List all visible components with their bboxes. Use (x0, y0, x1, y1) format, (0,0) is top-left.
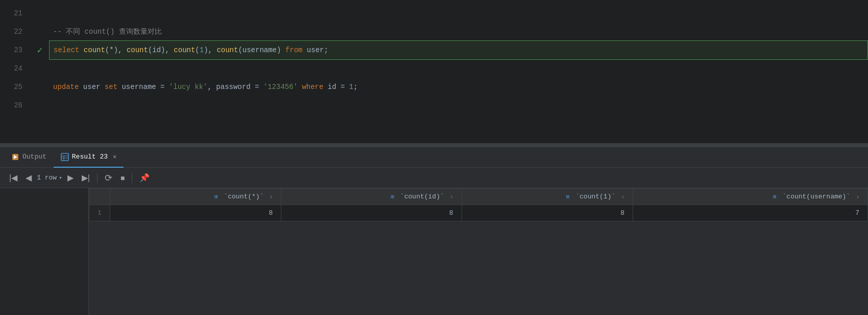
keyword-from: from (285, 46, 303, 54)
bottom-panel: Output Result 23 ✕ |◀ ◀ 1 row ▾ ▶ ▶| ⟳ ■… (0, 147, 868, 315)
keyword-update: update (53, 83, 79, 91)
row-number-1: 1 (89, 205, 110, 221)
pin-button[interactable]: 📌 (136, 171, 153, 185)
line-number-22: 22 (0, 28, 31, 36)
tab-result23[interactable]: Result 23 ✕ (54, 147, 124, 168)
result-table: ⊞ `count(*)` ⇕ ⊞ `count(id)` ⇕ ⊞ `count(… (89, 188, 868, 221)
refresh-button[interactable]: ⟳ (102, 170, 115, 186)
svg-rect-2 (61, 153, 68, 161)
func-count-star: count (84, 46, 105, 54)
keyword-where: where (302, 83, 323, 91)
cell-count-1-1: 8 (462, 205, 633, 221)
keyword-set: set (105, 83, 117, 91)
code-line-21: 21 (0, 4, 868, 22)
str-lucy-kk: 'lucy kk' (169, 83, 208, 91)
code-line-24: 24 (0, 59, 868, 78)
col-label-count-username: `count(username)` (783, 193, 851, 200)
code-line-22: 22 -- 不同 count() 查询数量对比 (0, 22, 868, 41)
col-sort-icon-count-1[interactable]: ⇕ (621, 194, 624, 200)
line-content-22: -- 不同 count() 查询数量对比 (49, 22, 868, 41)
bottom-left-strip (0, 188, 89, 315)
col-header-count-star[interactable]: ⊞ `count(*)` ⇕ (110, 189, 281, 205)
table-user-update: user (83, 83, 101, 91)
col-sort-icon-count-id[interactable]: ⇕ (450, 194, 453, 200)
first-page-button[interactable]: |◀ (6, 171, 20, 185)
col-header-count-id[interactable]: ⊞ `count(id)` ⇕ (281, 189, 462, 205)
col-label-count-1: `count(1)` (575, 193, 615, 200)
last-page-button[interactable]: ▶| (79, 171, 93, 185)
result-table-wrap[interactable]: ⊞ `count(*)` ⇕ ⊞ `count(id)` ⇕ ⊞ `count(… (89, 188, 868, 315)
table-row: 1 8 8 8 7 (89, 205, 868, 221)
line-number-24: 24 (0, 64, 31, 73)
next-page-button[interactable]: ▶ (64, 171, 77, 185)
stop-button[interactable]: ■ (117, 172, 128, 184)
col-sort-icon-count-username[interactable]: ⇕ (856, 194, 859, 200)
col-label-count-star: `count(*)` (224, 193, 263, 200)
line-number-23: 23 (0, 46, 31, 54)
toolbar-sep-1 (97, 173, 98, 183)
line-content-23: select count(*), count(id), count(1), co… (49, 40, 868, 60)
tab-result23-close[interactable]: ✕ (113, 153, 116, 161)
col-icon-count-1: ⊞ (566, 194, 570, 200)
keyword-select: select (54, 46, 79, 54)
line-gutter-23: ✓ (31, 44, 49, 56)
cell-count-star-1: 8 (110, 205, 281, 221)
cell-count-username-1: 7 (633, 205, 868, 221)
col-label-count-id: `count(id)` (400, 193, 444, 200)
col-icon-count-username: ⊞ (773, 194, 777, 200)
tab-output[interactable]: Output (4, 147, 54, 168)
line-content-25: update user set username = 'lucy kk', pa… (49, 78, 868, 96)
tab-output-label: Output (22, 153, 46, 161)
execution-check-icon: ✓ (37, 44, 43, 56)
line-number-21: 21 (0, 9, 31, 17)
table-user: user (307, 46, 324, 54)
code-line-23: 23 ✓ select count(*), count(id), count(1… (0, 41, 868, 59)
func-count-id: count (127, 46, 148, 54)
editor-area: 21 22 -- 不同 count() 查询数量对比 23 ✓ select c… (0, 0, 868, 143)
func-count-1: count (174, 46, 195, 54)
row-count-label: 1 row (37, 174, 57, 182)
str-123456: '123456' (263, 83, 298, 91)
line-number-26: 26 (0, 101, 31, 109)
code-lines: 21 22 -- 不同 count() 查询数量对比 23 ✓ select c… (0, 0, 868, 119)
cell-count-id-1: 8 (281, 205, 462, 221)
result-toolbar: |◀ ◀ 1 row ▾ ▶ ▶| ⟳ ■ 📌 (0, 168, 868, 188)
output-tab-icon (11, 153, 19, 161)
prev-page-button[interactable]: ◀ (22, 171, 35, 185)
func-count-username: count (216, 46, 238, 54)
code-line-25: 25 update user set username = 'lucy kk',… (0, 78, 868, 96)
comment-text: -- 不同 count() 查询数量对比 (53, 28, 162, 36)
tabs-bar: Output Result 23 ✕ (0, 147, 868, 168)
result-area: ⊞ `count(*)` ⇕ ⊞ `count(id)` ⇕ ⊞ `count(… (0, 188, 868, 315)
panel-separator (0, 143, 868, 147)
col-header-count-1[interactable]: ⊞ `count(1)` ⇕ (462, 189, 633, 205)
table-header-row: ⊞ `count(*)` ⇕ ⊞ `count(id)` ⇕ ⊞ `count(… (89, 189, 868, 205)
result-tab-icon (61, 153, 69, 161)
code-line-26: 26 (0, 96, 868, 115)
row-count-selector[interactable]: 1 row ▾ (37, 174, 62, 182)
col-icon-count-star: ⊞ (214, 194, 218, 200)
tab-result23-label: Result 23 (72, 153, 108, 161)
row-count-chevron-icon: ▾ (59, 174, 62, 181)
col-icon-count-id: ⊞ (391, 194, 394, 200)
col-header-rownum (89, 189, 110, 205)
line-number-25: 25 (0, 83, 31, 91)
col-header-count-username[interactable]: ⊞ `count(username)` ⇕ (633, 189, 868, 205)
toolbar-sep-2 (132, 173, 132, 183)
col-sort-icon-count-star[interactable]: ⇕ (270, 194, 273, 200)
